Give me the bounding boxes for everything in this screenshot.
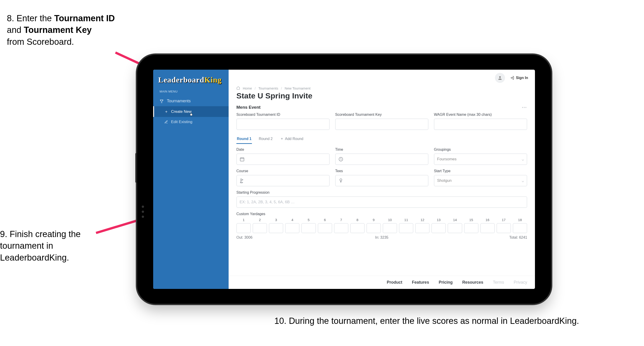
sidebar-item-label: Edit Existing: [171, 120, 192, 124]
hole-number: 6: [318, 218, 332, 222]
hole-number: 14: [448, 218, 462, 222]
yardage-input[interactable]: [480, 223, 495, 233]
sidebar-sub-create-new[interactable]: ＋ Create New: [153, 106, 228, 117]
tablet-frame: LeaderboardKing MAIN MENU Tournaments ＋ …: [137, 55, 551, 304]
input-wagr-name[interactable]: [434, 118, 527, 130]
hole-number: 13: [432, 218, 446, 222]
tab-round-1[interactable]: Round 1: [236, 134, 252, 144]
edit-icon: [164, 120, 168, 124]
clock-icon: [338, 157, 344, 162]
sign-in-button[interactable]: Sign In: [510, 76, 528, 80]
tab-round-2[interactable]: Round 2: [258, 134, 273, 144]
yardage-input[interactable]: [301, 223, 316, 233]
footer-resources[interactable]: Resources: [462, 280, 483, 285]
field-wagr-name: WAGR Event Name (max 30 chars): [434, 113, 527, 130]
input-date[interactable]: [236, 153, 330, 165]
yardage-input[interactable]: [350, 223, 365, 233]
hole-number: 5: [301, 218, 316, 222]
yardage-input[interactable]: [252, 223, 267, 233]
main-panel: Sign In Home / Tournaments / New Tournam…: [228, 70, 535, 289]
flag-icon: [240, 178, 244, 183]
yardage-input[interactable]: [318, 223, 332, 233]
footer-product[interactable]: Product: [387, 280, 402, 285]
yardage-input[interactable]: [448, 223, 462, 233]
callout-step-8: 8. Enter the Tournament ID and Tournamen…: [7, 12, 135, 48]
label-scoreboard-id: Scoreboard Tournament ID: [236, 113, 330, 117]
label-groupings: Groupings: [434, 148, 527, 152]
app-logo: LeaderboardKing: [153, 73, 228, 88]
label-scoreboard-key: Scoreboard Tournament Key: [335, 113, 428, 117]
footer-terms[interactable]: Terms: [493, 280, 504, 285]
yardage-input[interactable]: [464, 223, 478, 233]
footer-features[interactable]: Features: [412, 280, 429, 285]
footer-privacy[interactable]: Privacy: [514, 280, 527, 285]
yardage-hole-numbers: 123456789101112131415161718: [236, 218, 527, 222]
hole-number: 10: [383, 218, 397, 222]
hole-number: 3: [269, 218, 283, 222]
hole-number: 16: [480, 218, 495, 222]
yardage-total: Total: 6241: [430, 236, 527, 240]
hole-number: 9: [366, 218, 381, 222]
sidebar: LeaderboardKing MAIN MENU Tournaments ＋ …: [153, 70, 228, 289]
select-groupings[interactable]: Foursomes ⌵: [434, 153, 527, 165]
yardage-inputs-row: [236, 223, 527, 233]
breadcrumb-current: New Tournament: [284, 86, 310, 90]
plus-icon: ＋: [280, 136, 284, 141]
hole-number: 17: [496, 218, 511, 222]
trophy-icon: [160, 99, 164, 103]
progression-placeholder: EX: 1, 2A, 2B, 3, 4, 5, 6A, 6B …: [240, 200, 295, 204]
chevron-down-icon: ⌵: [522, 157, 524, 162]
yardage-input[interactable]: [236, 223, 251, 233]
chevron-down-icon: ⌵: [522, 178, 524, 183]
svg-rect-3: [240, 158, 244, 161]
hole-number: 2: [252, 218, 267, 222]
input-course[interactable]: [236, 175, 330, 186]
app-screen: LeaderboardKing MAIN MENU Tournaments ＋ …: [153, 70, 535, 289]
hole-number: 8: [350, 218, 365, 222]
input-scoreboard-id[interactable]: [236, 118, 330, 130]
label-progression: Starting Progression: [236, 190, 527, 195]
input-tees[interactable]: [335, 175, 428, 186]
breadcrumb-home[interactable]: Home: [243, 86, 252, 90]
sidebar-section-header: MAIN MENU: [153, 88, 228, 96]
yardage-input[interactable]: [334, 223, 348, 233]
hole-number: 7: [334, 218, 348, 222]
yardage-input[interactable]: [513, 223, 527, 233]
yardage-input[interactable]: [496, 223, 511, 233]
hole-number: 15: [464, 218, 478, 222]
yardage-input[interactable]: [366, 223, 381, 233]
sidebar-sub-edit-existing[interactable]: Edit Existing: [153, 117, 228, 127]
svg-point-6: [340, 179, 342, 181]
yardage-input[interactable]: [399, 223, 413, 233]
yardage-input[interactable]: [285, 223, 300, 233]
breadcrumb-tournaments[interactable]: Tournaments: [258, 86, 278, 90]
select-groupings-value: Foursomes: [437, 157, 456, 161]
svg-point-2: [499, 76, 501, 78]
yardage-input[interactable]: [432, 223, 446, 233]
label-custom-yardages: Custom Yardages: [236, 212, 527, 216]
sidebar-item-tournaments[interactable]: Tournaments: [153, 96, 228, 106]
callout-step-10: 10. During the tournament, enter the liv…: [274, 315, 594, 327]
yardage-input[interactable]: [415, 223, 430, 233]
yardage-out: Out: 3006: [236, 236, 333, 240]
section-menu-button[interactable]: ⋯: [522, 104, 527, 110]
select-start-type[interactable]: Shotgun ⌵: [434, 175, 527, 186]
calendar-icon: [240, 157, 244, 162]
label-date: Date: [236, 148, 330, 152]
input-time[interactable]: [335, 153, 428, 165]
avatar[interactable]: [495, 73, 505, 83]
footer-pricing[interactable]: Pricing: [439, 280, 453, 285]
breadcrumb: Home / Tournaments / New Tournament: [236, 86, 527, 90]
yardage-input[interactable]: [269, 223, 283, 233]
input-progression[interactable]: EX: 1, 2A, 2B, 3, 4, 5, 6A, 6B …: [236, 196, 527, 208]
svg-point-5: [240, 182, 243, 183]
tab-add-round[interactable]: ＋ Add Round: [280, 134, 304, 144]
label-time: Time: [335, 148, 428, 152]
sign-in-label: Sign In: [516, 76, 528, 80]
home-icon[interactable]: [236, 86, 240, 90]
yardage-input[interactable]: [383, 223, 397, 233]
input-scoreboard-key[interactable]: [335, 118, 428, 130]
section-heading: Mens Event: [236, 105, 260, 110]
select-start-type-value: Shotgun: [437, 178, 452, 183]
sidebar-item-label: Tournaments: [167, 99, 191, 103]
